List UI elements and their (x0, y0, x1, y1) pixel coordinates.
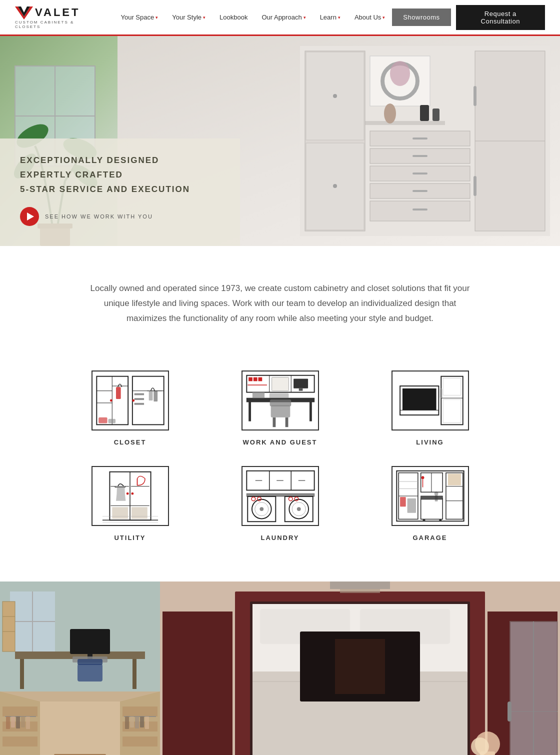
logo-brand-text: VALET (35, 6, 80, 19)
svg-rect-206 (335, 639, 385, 694)
svg-rect-129 (422, 520, 425, 522)
category-work-guest[interactable]: WORK AND GUEST (210, 370, 350, 446)
svg-rect-65 (272, 378, 288, 391)
svg-rect-166 (11, 716, 15, 728)
chevron-down-icon: ▾ (382, 15, 385, 20)
category-utility[interactable]: UTILITY (60, 466, 200, 542)
nav-item-your-space[interactable]: Your Space ▾ (114, 0, 165, 36)
svg-rect-66 (294, 379, 308, 388)
svg-rect-201 (508, 702, 512, 722)
svg-rect-163 (2, 736, 38, 746)
category-living[interactable]: LIVING (360, 370, 500, 446)
category-laundry[interactable]: LAUNDRY (210, 466, 350, 542)
svg-rect-74 (272, 418, 276, 427)
nav-item-learn[interactable]: Learn ▾ (313, 0, 348, 36)
svg-rect-47 (134, 394, 144, 396)
nav-item-our-approach[interactable]: Our Approach ▾ (254, 0, 312, 36)
showrooms-button[interactable]: Showrooms (392, 8, 450, 26)
svg-rect-161 (2, 706, 38, 716)
svg-rect-152 (78, 664, 102, 682)
svg-rect-71 (252, 392, 264, 398)
nav-item-lookbook[interactable]: Lookbook (212, 0, 254, 36)
logo-subtitle: CUSTOM CABINETS & CLOSETS (15, 20, 98, 29)
svg-rect-194 (162, 612, 232, 755)
svg-rect-49 (134, 403, 144, 405)
photo-office (0, 582, 160, 692)
svg-rect-30 (412, 155, 428, 157)
svg-rect-53 (98, 418, 107, 424)
svg-point-23 (333, 184, 337, 188)
svg-rect-16 (420, 105, 429, 121)
description-section: Locally owned and operated since 1973, w… (0, 246, 560, 360)
nav-item-about-us[interactable]: About Us ▾ (348, 0, 392, 36)
laundry-label: LAUNDRY (260, 534, 299, 542)
consultation-button[interactable]: Request a Consultation (456, 5, 546, 30)
svg-rect-67 (298, 388, 302, 391)
svg-rect-148 (132, 659, 136, 689)
nav-links: Your Space ▾ Your Style ▾ Lookbook Our A… (114, 0, 392, 36)
nav-item-your-style[interactable]: Your Style ▾ (165, 0, 212, 36)
logo[interactable]: VALET CUSTOM CABINETS & CLOSETS (15, 6, 98, 29)
utility-label: UTILITY (114, 534, 146, 542)
svg-rect-28 (370, 201, 470, 221)
svg-rect-73 (270, 406, 290, 418)
svg-rect-63 (258, 378, 262, 382)
svg-rect-52 (154, 391, 158, 402)
svg-rect-92 (112, 507, 128, 518)
svg-rect-181 (145, 716, 149, 729)
svg-rect-128 (420, 496, 442, 500)
svg-rect-29 (412, 138, 428, 140)
svg-rect-69 (248, 402, 251, 422)
living-label: LIVING (416, 438, 444, 446)
svg-rect-165 (6, 716, 10, 729)
svg-rect-178 (130, 716, 134, 728)
laundry-icon-box (242, 466, 319, 526)
hero-cta-text: SEE HOW WE WORK WITH YOU (45, 214, 153, 220)
navigation: VALET CUSTOM CABINETS & CLOSETS Your Spa… (0, 0, 560, 36)
svg-point-14 (390, 61, 410, 86)
svg-rect-48 (134, 398, 144, 400)
svg-rect-126 (407, 498, 416, 513)
utility-icon-box (92, 466, 169, 526)
svg-rect-147 (20, 659, 24, 689)
photo-grid (0, 582, 560, 755)
svg-rect-149 (70, 629, 110, 654)
categories-section: CLOSET (0, 360, 560, 572)
svg-rect-15 (365, 121, 445, 125)
work-guest-label: WORK AND GUEST (243, 438, 318, 446)
svg-rect-130 (439, 520, 442, 522)
svg-rect-32 (412, 190, 428, 192)
category-garage[interactable]: GARAGE (360, 466, 500, 542)
svg-point-116 (296, 507, 300, 511)
svg-point-55 (110, 400, 112, 402)
svg-rect-168 (21, 716, 25, 728)
garage-icon-box (392, 466, 469, 526)
nav-actions: Showrooms Request a Consultation (392, 5, 545, 30)
chevron-down-icon: ▾ (203, 15, 206, 20)
closet-label: CLOSET (114, 438, 146, 446)
svg-rect-37 (474, 176, 476, 196)
svg-rect-138 (434, 496, 438, 502)
closet-icon-box (92, 370, 169, 430)
svg-rect-51 (148, 391, 152, 400)
svg-point-204 (471, 738, 489, 755)
svg-point-18 (384, 104, 396, 124)
hero-cta-button[interactable]: SEE HOW WE WORK WITH YOU (20, 207, 220, 226)
categories-grid: CLOSET (60, 370, 500, 542)
chevron-down-icon: ▾ (304, 15, 306, 20)
description-text: Locally owned and operated since 1973, w… (90, 281, 470, 326)
photo-closet-walk-in (0, 692, 160, 755)
svg-point-56 (132, 400, 134, 402)
svg-rect-62 (253, 378, 257, 382)
svg-rect-175 (122, 736, 158, 746)
svg-rect-70 (309, 402, 312, 422)
hero-headline: EXCEPTIONALLY DESIGNED EXPERTLY CRAFTED … (20, 154, 220, 197)
svg-point-94 (126, 492, 128, 495)
svg-rect-72 (269, 394, 288, 398)
category-closet[interactable]: CLOSET (60, 370, 200, 446)
svg-rect-136 (448, 474, 460, 486)
photo-column-left (0, 582, 160, 755)
svg-point-110 (260, 507, 264, 511)
hero-section: EXCEPTIONALLY DESIGNED EXPERTLY CRAFTED … (0, 36, 560, 246)
svg-rect-36 (474, 86, 476, 106)
